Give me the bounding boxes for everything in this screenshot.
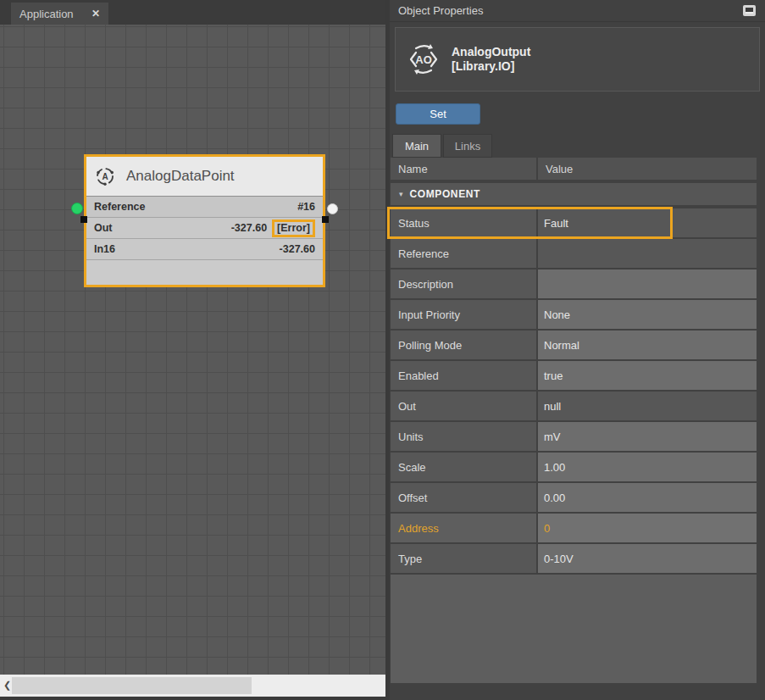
property-row-reference[interactable]: Reference [391, 239, 757, 268]
node-slot-value: -327.60 [231, 222, 267, 234]
property-row-type[interactable]: Type 0-10V [391, 544, 757, 573]
close-icon[interactable]: ✕ [91, 8, 100, 19]
property-row-units[interactable]: Units mV [391, 422, 757, 451]
node-title: AnalogDataPoint [126, 168, 235, 185]
tab-application[interactable]: Application ✕ [11, 3, 108, 25]
application-window: Application ✕ A AnalogDataPoint Referenc… [0, 0, 765, 700]
tab-links[interactable]: Links [443, 134, 492, 158]
node-slot-name: In16 [94, 243, 115, 255]
property-row-out[interactable]: Out null [391, 392, 757, 420]
property-row-scale[interactable]: Scale 1.00 [391, 453, 757, 481]
window-glyph [746, 8, 753, 14]
input-port[interactable] [71, 203, 83, 214]
node-slot-name: Out [94, 222, 113, 234]
error-badge: [Error] [272, 219, 315, 237]
panel-window-icon[interactable] [743, 5, 756, 16]
canvas-tab-bar: Application ✕ [0, 0, 385, 25]
panel-title-bar: Object Properties [390, 0, 765, 22]
analog-output-icon: AO [407, 42, 441, 76]
section-component[interactable]: ▾ COMPONENT [391, 183, 757, 205]
node-slot-value: -327.60 [280, 243, 315, 255]
svg-text:A: A [102, 172, 108, 181]
object-name: AnalogOutput [452, 45, 530, 59]
tab-application-label: Application [19, 8, 74, 20]
analog-point-icon: A [94, 165, 116, 187]
column-header-name: Name [391, 158, 536, 180]
property-row-description[interactable]: Description [391, 269, 757, 298]
selection-handle-right[interactable] [322, 216, 329, 223]
scroll-left-icon[interactable]: ❮ [3, 680, 11, 691]
output-port[interactable] [327, 203, 338, 214]
panel-title: Object Properties [398, 4, 483, 17]
object-properties-panel: Object Properties AO AnalogOutput [Libra… [390, 0, 765, 700]
set-button-label: Set [430, 108, 446, 120]
object-library: [Library.IO] [452, 59, 530, 74]
node-slot-reference[interactable]: Reference #16 [86, 197, 323, 218]
property-row-enabled[interactable]: Enabled true [391, 361, 757, 390]
node-slot-value: #16 [297, 201, 315, 213]
property-row-status[interactable]: Status Fault [391, 208, 757, 237]
column-header-value: Value [538, 158, 757, 180]
node-header[interactable]: A AnalogDataPoint [86, 157, 323, 197]
node-analog-data-point[interactable]: A AnalogDataPoint Reference #16 Out -327… [84, 154, 325, 287]
node-slot-in16[interactable]: In16 -327.60 [86, 239, 323, 260]
object-header-card: AO AnalogOutput [Library.IO] [395, 27, 760, 92]
tab-links-label: Links [455, 140, 480, 153]
horizontal-scrollbar[interactable]: ❮ [0, 675, 385, 697]
node-footer [86, 260, 323, 285]
tab-main-label: Main [405, 140, 429, 153]
set-button[interactable]: Set [396, 103, 480, 125]
wiresheet-canvas[interactable] [0, 25, 385, 675]
property-row-polling-mode[interactable]: Polling Mode Normal [391, 331, 757, 359]
node-slot-out[interactable]: Out -327.60 [Error] [86, 218, 323, 239]
node-slot-name: Reference [94, 201, 145, 213]
selection-handle-left[interactable] [80, 216, 87, 223]
scrollbar-thumb[interactable] [12, 677, 252, 694]
property-row-input-priority[interactable]: Input Priority None [391, 300, 757, 329]
chevron-down-icon[interactable]: ▾ [399, 190, 403, 198]
svg-text:AO: AO [415, 53, 432, 66]
property-row-address[interactable]: Address 0 [391, 514, 757, 542]
property-row-offset[interactable]: Offset 0.00 [391, 483, 757, 512]
section-label: COMPONENT [410, 188, 480, 200]
tab-main[interactable]: Main [392, 134, 441, 158]
property-table-empty-area [391, 575, 757, 683]
